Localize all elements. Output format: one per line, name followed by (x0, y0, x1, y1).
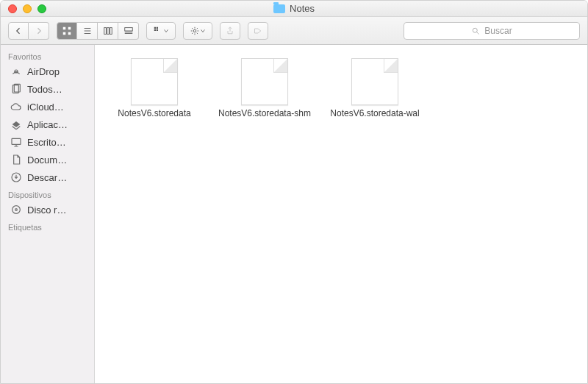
document-icon (241, 58, 288, 105)
column-view-button[interactable] (98, 22, 118, 40)
file-item[interactable]: NotesV6.storedata (99, 55, 209, 125)
all-files-icon (10, 82, 23, 96)
file-item[interactable]: NotesV6.storedata-wal (320, 55, 430, 125)
action-group (183, 22, 212, 40)
sidebar-item-label: Descar… (27, 172, 67, 183)
airdrop-icon (10, 65, 23, 78)
svg-rect-13 (154, 26, 156, 28)
search-placeholder: Buscar (484, 26, 512, 36)
file-name: NotesV6.storedata-shm (218, 108, 311, 119)
file-item[interactable]: NotesV6.storedata-shm (209, 55, 320, 125)
sidebar-item[interactable]: Docum… (1, 151, 94, 168)
sidebar-item[interactable]: Escrito… (1, 133, 94, 151)
sidebar: FavoritosAirDropTodos…iCloud…Aplicac…Esc… (1, 45, 95, 383)
svg-point-17 (193, 29, 196, 32)
svg-rect-9 (110, 27, 112, 34)
sidebar-section-heading: Dispositivos (1, 186, 94, 201)
sidebar-item[interactable]: Descar… (1, 168, 94, 186)
coverflow-view-button[interactable] (118, 22, 139, 40)
sidebar-item-label: Disco r… (27, 205, 66, 216)
sidebar-item-label: AirDrop (27, 66, 60, 77)
svg-rect-16 (157, 29, 158, 30)
nav-buttons (8, 22, 49, 40)
arrange-button[interactable] (146, 22, 176, 40)
tags-button[interactable] (248, 22, 268, 40)
tags-group (248, 22, 268, 40)
sidebar-item[interactable]: Todos… (1, 80, 94, 98)
svg-rect-2 (63, 32, 66, 35)
sidebar-section-heading: Favoritos (1, 48, 94, 63)
window-title: Notes (1, 3, 587, 14)
svg-rect-23 (12, 138, 21, 144)
finder-window: Notes (0, 0, 588, 384)
icon-view-button[interactable] (57, 22, 77, 40)
svg-rect-3 (68, 32, 71, 35)
share-icon (226, 26, 234, 36)
folder-icon (273, 4, 285, 13)
svg-rect-7 (104, 27, 106, 34)
list-view-button[interactable] (77, 22, 98, 40)
window-title-text: Notes (290, 3, 315, 14)
sidebar-item-label: Aplicac… (27, 119, 68, 130)
svg-point-18 (473, 28, 478, 32)
svg-rect-14 (157, 26, 158, 28)
minimize-window-button[interactable] (23, 4, 32, 13)
forward-button[interactable] (29, 22, 49, 40)
svg-rect-10 (124, 27, 132, 30)
action-button[interactable] (183, 22, 212, 40)
svg-rect-8 (107, 27, 109, 34)
window-body: FavoritosAirDropTodos…iCloud…Aplicac…Esc… (1, 45, 587, 383)
applications-icon (10, 118, 23, 131)
sidebar-item[interactable]: iCloud… (1, 98, 94, 115)
disk-icon (10, 203, 23, 216)
svg-line-19 (477, 32, 479, 34)
downloads-icon (10, 171, 23, 184)
sidebar-item-label: iCloud… (27, 102, 64, 113)
svg-rect-1 (68, 26, 71, 29)
svg-rect-0 (63, 26, 66, 29)
share-group (220, 22, 240, 40)
view-mode-buttons (57, 22, 139, 40)
titlebar: Notes (1, 1, 587, 17)
svg-point-28 (15, 209, 18, 211)
document-icon (131, 58, 178, 105)
svg-point-27 (12, 206, 21, 214)
gear-icon (190, 26, 200, 36)
content-area[interactable]: NotesV6.storedataNotesV6.storedata-shmNo… (95, 45, 587, 383)
maximize-window-button[interactable] (37, 4, 46, 13)
sidebar-item[interactable]: Aplicac… (1, 115, 94, 133)
sidebar-item-label: Escrito… (27, 137, 66, 148)
close-window-button[interactable] (8, 4, 17, 13)
share-button[interactable] (220, 22, 240, 40)
arrange-group (146, 22, 176, 40)
back-button[interactable] (8, 22, 29, 40)
svg-rect-15 (154, 29, 156, 30)
sidebar-item-label: Docum… (27, 154, 67, 166)
file-grid: NotesV6.storedataNotesV6.storedata-shmNo… (95, 45, 587, 135)
sidebar-item-label: Todos… (27, 84, 62, 95)
sidebar-item[interactable]: AirDrop (1, 63, 94, 80)
search-icon (471, 26, 480, 35)
traffic-lights (1, 4, 46, 13)
file-name: NotesV6.storedata-wal (330, 108, 419, 119)
file-name: NotesV6.storedata (118, 108, 190, 119)
desktop-icon (10, 135, 23, 149)
sidebar-item[interactable]: Disco r… (1, 201, 94, 218)
document-icon (351, 58, 398, 105)
search-input[interactable]: Buscar (404, 22, 580, 40)
icloud-icon (10, 100, 23, 113)
documents-icon (10, 153, 23, 166)
sidebar-section-heading: Etiquetas (1, 218, 94, 233)
toolbar: Buscar (1, 17, 587, 45)
tag-icon (253, 26, 263, 35)
